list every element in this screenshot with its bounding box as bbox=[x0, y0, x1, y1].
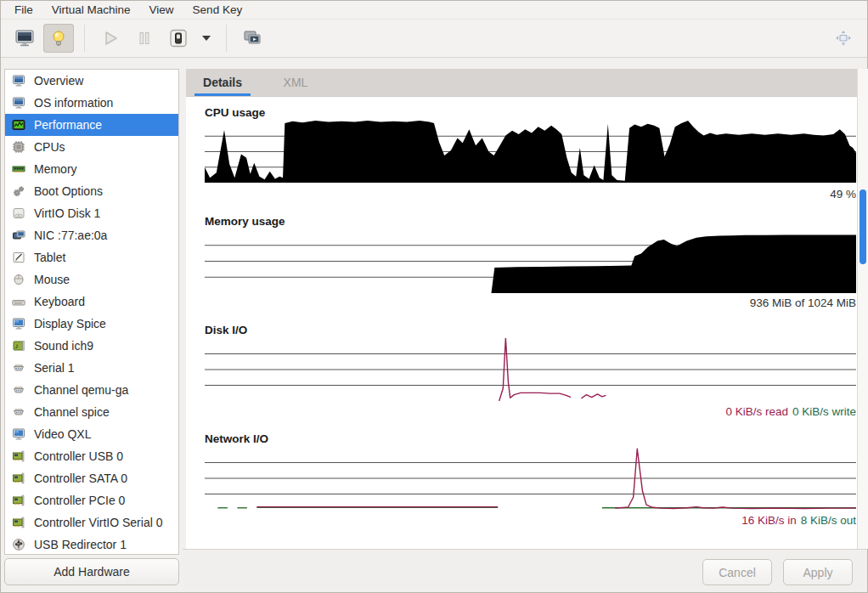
lightbulb-icon bbox=[48, 28, 69, 48]
cancel-button[interactable]: Cancel bbox=[702, 559, 772, 585]
toolbar-console-view-button[interactable] bbox=[237, 24, 268, 53]
sidebar-item-boot-options[interactable]: Boot Options bbox=[5, 180, 178, 202]
toolbar-fullscreen-button[interactable] bbox=[828, 24, 859, 53]
sidebar-item-virtio-disk-1[interactable]: VirtIO Disk 1 bbox=[5, 202, 178, 224]
sidebar-item-label: Mouse bbox=[34, 273, 70, 286]
sidebar-item-label: Memory bbox=[34, 162, 77, 176]
play-icon bbox=[100, 28, 121, 48]
svg-text:♪: ♪ bbox=[15, 342, 20, 350]
fullscreen-arrows-icon bbox=[833, 28, 854, 48]
computer-icon bbox=[12, 74, 25, 88]
hardware-list: OverviewOS informationPerformanceCPUsMem… bbox=[4, 69, 179, 555]
network-chart-title: Network I/O bbox=[205, 432, 268, 445]
toolbar bbox=[1, 20, 867, 58]
cpu-chart-value-label: 49 % bbox=[205, 188, 856, 200]
menu-virtual-machine[interactable]: Virtual Machine bbox=[42, 2, 140, 19]
toolbar-run-button[interactable] bbox=[95, 24, 126, 53]
mouse-icon bbox=[12, 273, 25, 286]
tab-xml[interactable]: XML bbox=[259, 69, 332, 96]
memory-stick-icon bbox=[12, 162, 25, 176]
sidebar-item-cpus[interactable]: CPUs bbox=[5, 136, 178, 158]
toolbar-hardware-details-button[interactable] bbox=[43, 24, 74, 53]
toolbar-shutdown-button[interactable] bbox=[163, 24, 194, 53]
console-monitor-icon bbox=[14, 28, 35, 48]
menu-view[interactable]: View bbox=[140, 2, 183, 19]
sidebar-item-channel-qemu-ga[interactable]: Channel qemu-ga bbox=[5, 379, 178, 401]
sidebar-item-memory[interactable]: Memory bbox=[5, 158, 178, 180]
disk-label-part: 0 KiB/s read bbox=[725, 405, 788, 418]
sidebar-item-label: Channel spice bbox=[34, 405, 110, 419]
tab-details[interactable]: Details bbox=[186, 69, 259, 96]
keyboard-icon bbox=[12, 295, 25, 308]
sidebar-item-label: Boot Options bbox=[34, 184, 103, 198]
details-pane: DetailsXML CPU usage49 %Memory usage936 … bbox=[186, 69, 857, 549]
sidebar-item-label: Controller VirtIO Serial 0 bbox=[34, 516, 162, 529]
sidebar-item-nic-77-ae-0a[interactable]: NIC :77:ae:0a bbox=[5, 224, 178, 246]
toolbar-shutdown-menu-button[interactable] bbox=[197, 24, 216, 53]
network-icon bbox=[12, 229, 25, 242]
sidebar-item-os-information[interactable]: OS information bbox=[5, 92, 178, 114]
sidebar-item-overview[interactable]: Overview bbox=[5, 70, 178, 92]
apply-button[interactable]: Apply bbox=[783, 559, 853, 585]
sidebar-item-performance[interactable]: Performance bbox=[5, 114, 178, 136]
sidebar-item-channel-spice[interactable]: Channel spice bbox=[5, 401, 178, 423]
serial-port-icon bbox=[12, 383, 25, 397]
sidebar-item-label: Overview bbox=[34, 74, 83, 88]
pci-card-icon bbox=[12, 449, 25, 463]
memory-chart bbox=[205, 229, 856, 293]
disk-label-part: 0 KiB/s write bbox=[792, 405, 856, 418]
sidebar-item-usb-redirector-1[interactable]: USB Redirector 1 bbox=[5, 534, 178, 555]
sidebar-item-label: Sound ich9 bbox=[34, 339, 93, 353]
sidebar-item-label: Controller SATA 0 bbox=[34, 472, 127, 485]
sidebar-item-label: Video QXL bbox=[34, 427, 91, 441]
menu-send-key[interactable]: Send Key bbox=[183, 2, 252, 19]
sidebar-item-keyboard[interactable]: Keyboard bbox=[5, 291, 178, 313]
sidebar-item-display-spice[interactable]: Display Spice bbox=[5, 313, 178, 335]
cpu-chart bbox=[205, 121, 856, 183]
disk-chart bbox=[205, 338, 856, 401]
scrollbar-thumb[interactable] bbox=[860, 189, 866, 264]
vertical-scrollbar[interactable] bbox=[857, 69, 868, 549]
network-label-part: 8 KiB/s out bbox=[801, 514, 856, 527]
cpu-chart-title: CPU usage bbox=[205, 106, 265, 119]
shutdown-icon bbox=[168, 28, 189, 48]
performance-content: CPU usage49 %Memory usage936 MiB of 1024… bbox=[186, 97, 857, 549]
sidebar-item-label: Display Spice bbox=[34, 317, 106, 330]
toolbar-graphical-console-button[interactable] bbox=[9, 24, 40, 53]
menubar: FileVirtual MachineViewSend Key bbox=[1, 1, 867, 20]
display-icon bbox=[12, 317, 25, 330]
memory-chart-title: Memory usage bbox=[205, 215, 285, 228]
sidebar-item-label: VirtIO Disk 1 bbox=[34, 206, 100, 220]
tab-bar: DetailsXML bbox=[186, 69, 857, 97]
sidebar-item-sound-ich9[interactable]: ♪Sound ich9 bbox=[5, 335, 178, 357]
toolbar-separator bbox=[226, 25, 227, 52]
sidebar-item-label: Keyboard bbox=[34, 295, 85, 308]
disk-chart-title: Disk I/O bbox=[205, 324, 247, 336]
menu-file[interactable]: File bbox=[5, 2, 42, 19]
sidebar-item-label: OS information bbox=[34, 96, 113, 110]
sidebar-item-video-qxl[interactable]: Video QXL bbox=[5, 423, 178, 445]
sidebar-item-label: Channel qemu-ga bbox=[34, 383, 128, 397]
toolbar-separator bbox=[84, 25, 85, 52]
usb-icon bbox=[12, 538, 25, 551]
sound-card-icon: ♪ bbox=[12, 339, 25, 353]
toolbar-pause-button[interactable] bbox=[129, 24, 160, 53]
add-hardware-button[interactable]: Add Hardware bbox=[4, 558, 179, 585]
sidebar-item-mouse[interactable]: Mouse bbox=[5, 268, 178, 291]
cpu-label-part: 49 % bbox=[830, 188, 856, 200]
memory-chart-value-label: 936 MiB of 1024 MiB bbox=[205, 296, 856, 309]
virt-manager-window: FileVirtual MachineViewSend Key Overview… bbox=[0, 0, 868, 593]
disk-chart-value-label: 0 KiB/s read0 KiB/s write bbox=[205, 405, 856, 418]
pci-card-icon bbox=[12, 494, 25, 507]
sidebar-item-controller-usb-0[interactable]: Controller USB 0 bbox=[5, 445, 178, 467]
memory-label-part: 936 MiB of 1024 MiB bbox=[750, 296, 856, 309]
sidebar-item-serial-1[interactable]: Serial 1 bbox=[5, 357, 178, 379]
sidebar-item-label: Performance bbox=[34, 118, 102, 132]
sidebar-item-controller-pcie-0[interactable]: Controller PCIe 0 bbox=[5, 489, 178, 511]
cpu-chip-icon bbox=[12, 140, 25, 154]
pci-card-icon bbox=[12, 472, 25, 485]
sidebar-item-tablet[interactable]: Tablet bbox=[5, 246, 178, 268]
sidebar-item-controller-sata-0[interactable]: Controller SATA 0 bbox=[5, 467, 178, 489]
performance-chart-icon bbox=[12, 118, 25, 132]
sidebar-item-controller-virtio-serial-0[interactable]: Controller VirtIO Serial 0 bbox=[5, 511, 178, 534]
